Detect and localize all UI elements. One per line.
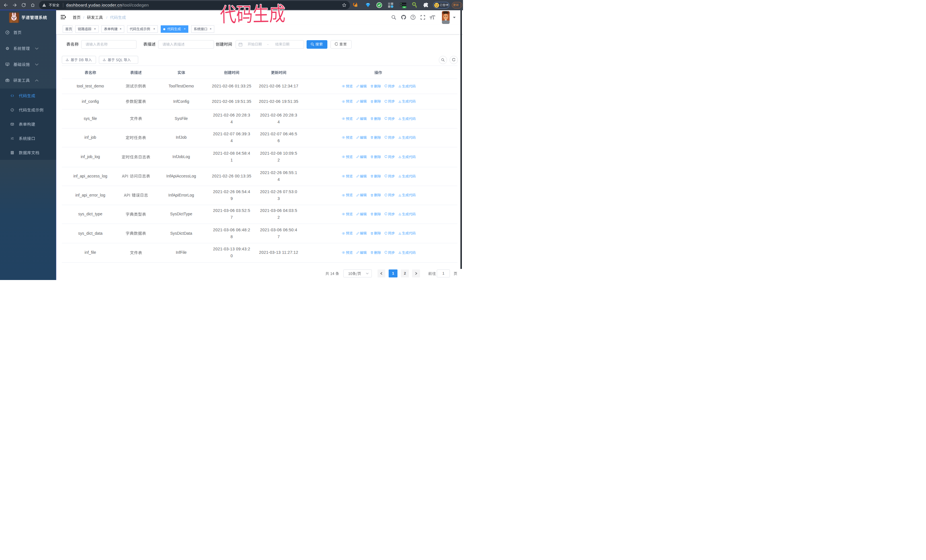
svg-text:1: 1: [356, 5, 357, 7]
svg-text:on: on: [403, 6, 406, 8]
